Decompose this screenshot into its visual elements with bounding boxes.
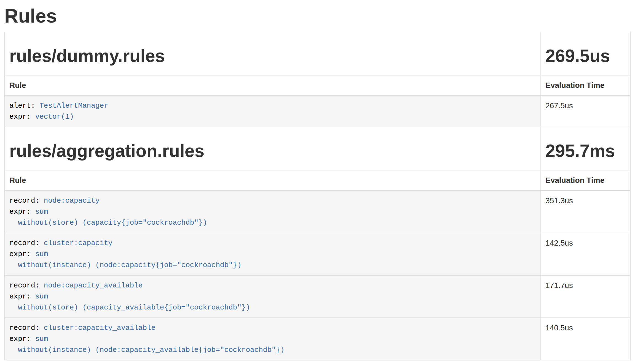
- rule-group-file-cell: rules/aggregation.rules: [5, 127, 541, 170]
- rules-page: Rules rules/dummy.rules 269.5us Rule Eva…: [0, 6, 638, 360]
- rule-evaluation-time: 267.5us: [541, 96, 630, 127]
- rule-keyword: record:: [9, 324, 44, 332]
- rule-keyword: expr:: [9, 113, 35, 121]
- rule-row: record: cluster:capacity_available expr:…: [5, 318, 630, 360]
- rule-keyword: record:: [9, 239, 44, 247]
- rule-indent: [9, 261, 18, 269]
- rule-code-line: alert: TestAlertManager: [9, 100, 536, 111]
- rule-row: record: node:capacity_available expr: su…: [5, 275, 630, 318]
- rule-indent: [9, 346, 18, 354]
- column-header-evaluation-time: Evaluation Time: [541, 75, 630, 96]
- rule-expression-link[interactable]: node:capacity_available: [44, 281, 143, 290]
- rule-keyword: expr:: [9, 250, 35, 258]
- rules-table: rules/dummy.rules 269.5us Rule Evaluatio…: [4, 32, 631, 360]
- rule-definition: alert: TestAlertManager expr: vector(1): [5, 96, 541, 127]
- rule-expression-link[interactable]: without(store) (capacity{job="cockroachd…: [18, 219, 207, 227]
- rule-code-line: expr: sum: [9, 249, 536, 260]
- rule-keyword: expr:: [9, 208, 35, 216]
- rule-keyword: record:: [9, 197, 44, 205]
- rule-group-file-cell: rules/dummy.rules: [5, 32, 541, 75]
- rule-code-line: without(instance) (node:capacity{job="co…: [9, 260, 536, 271]
- rule-group-total-evaluation-time: 269.5us: [545, 47, 626, 66]
- rule-definition: record: node:capacity_available expr: su…: [5, 275, 541, 318]
- rule-expression-link[interactable]: sum: [35, 250, 48, 258]
- rule-group-total-time-cell: 295.7ms: [541, 127, 630, 170]
- rule-definition: record: cluster:capacity expr: sum witho…: [5, 233, 541, 275]
- rule-code-line: record: cluster:capacity: [9, 238, 536, 249]
- rule-evaluation-time: 142.5us: [541, 233, 630, 275]
- rule-evaluation-time: 171.7us: [541, 275, 630, 318]
- rule-expression-link[interactable]: node:capacity: [44, 197, 100, 205]
- rule-evaluation-time: 351.3us: [541, 191, 630, 233]
- rule-code-line: expr: vector(1): [9, 111, 536, 122]
- rule-code-line: record: cluster:capacity_available: [9, 322, 536, 333]
- rule-expression-link[interactable]: sum: [35, 292, 48, 301]
- rule-expression-link[interactable]: without(instance) (node:capacity_availab…: [18, 346, 284, 354]
- rule-keyword: alert:: [9, 102, 39, 110]
- rule-group-header-row: rules/aggregation.rules 295.7ms: [5, 127, 630, 170]
- rule-group-file: rules/aggregation.rules: [9, 142, 536, 161]
- rule-expression-link[interactable]: cluster:capacity: [44, 239, 113, 247]
- rule-group-total-time-cell: 269.5us: [541, 32, 630, 75]
- rule-keyword: expr:: [9, 292, 35, 301]
- rule-definition: record: cluster:capacity_available expr:…: [5, 318, 541, 360]
- column-header-evaluation-time: Evaluation Time: [541, 170, 630, 191]
- rule-indent: [9, 303, 18, 312]
- rule-code-line: expr: sum: [9, 291, 536, 302]
- rule-code-line: expr: sum: [9, 333, 536, 344]
- column-header-rule: Rule: [5, 170, 541, 191]
- column-header-row: Rule Evaluation Time: [5, 75, 630, 96]
- rule-expression-link[interactable]: sum: [35, 335, 48, 343]
- rule-code-line: expr: sum: [9, 206, 536, 217]
- column-header-rule: Rule: [5, 75, 541, 96]
- rule-row: record: cluster:capacity expr: sum witho…: [5, 233, 630, 275]
- column-header-row: Rule Evaluation Time: [5, 170, 630, 191]
- rule-indent: [9, 219, 18, 227]
- rule-code-line: without(store) (capacity{job="cockroachd…: [9, 217, 536, 228]
- rule-expression-link[interactable]: vector(1): [35, 113, 74, 121]
- rule-keyword: expr:: [9, 335, 35, 343]
- rule-code-line: record: node:capacity: [9, 195, 536, 206]
- rule-expression-link[interactable]: without(instance) (node:capacity{job="co…: [18, 261, 241, 269]
- rule-evaluation-time: 140.5us: [541, 318, 630, 360]
- rule-group-file: rules/dummy.rules: [9, 47, 536, 66]
- rule-code-line: record: node:capacity_available: [9, 280, 536, 291]
- rule-expression-link[interactable]: cluster:capacity_available: [44, 324, 156, 332]
- rule-group-total-evaluation-time: 295.7ms: [545, 142, 626, 161]
- rule-code-line: without(store) (capacity_available{job="…: [9, 302, 536, 313]
- rule-keyword: record:: [9, 281, 44, 290]
- rule-row: alert: TestAlertManager expr: vector(1) …: [5, 96, 630, 127]
- rule-expression-link[interactable]: without(store) (capacity_available{job="…: [18, 303, 250, 312]
- rule-group-header-row: rules/dummy.rules 269.5us: [5, 32, 630, 75]
- rule-row: record: node:capacity expr: sum without(…: [5, 191, 630, 233]
- rule-expression-link[interactable]: sum: [35, 208, 48, 216]
- rule-expression-link[interactable]: TestAlertManager: [39, 102, 108, 110]
- rule-code-line: without(instance) (node:capacity_availab…: [9, 344, 536, 355]
- page-title: Rules: [4, 6, 631, 27]
- rule-definition: record: node:capacity expr: sum without(…: [5, 191, 541, 233]
